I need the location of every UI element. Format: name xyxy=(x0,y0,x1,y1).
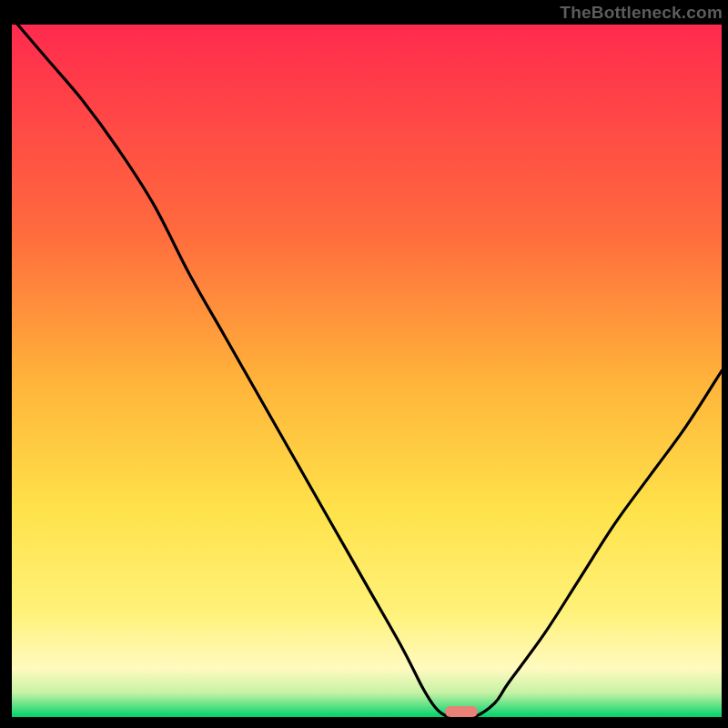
optimal-marker xyxy=(445,706,478,717)
chart-root: { "attribution": "TheBottleneck.com", "c… xyxy=(0,0,728,728)
bottleneck-chart xyxy=(12,25,722,717)
gradient-background xyxy=(12,25,722,717)
plot-area xyxy=(12,25,722,717)
attribution-text: TheBottleneck.com xyxy=(560,3,723,23)
